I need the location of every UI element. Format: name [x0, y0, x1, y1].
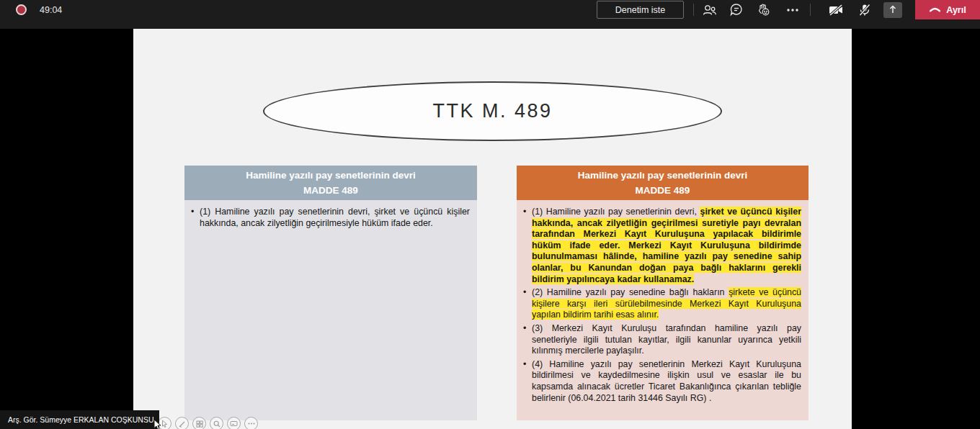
law-paragraph-1: (1) Hamiline yazılı pay senetlerinin dev…: [532, 207, 801, 285]
more-actions-button[interactable]: [781, 0, 804, 19]
list-item: • (1) Hamiline yazılı pay senetlerinin d…: [191, 207, 470, 229]
request-control-button[interactable]: Denetim iste: [597, 1, 684, 19]
camera-off-icon: [827, 3, 845, 17]
law-box-old-header: Hamiline yazılı pay senetlerinin devri M…: [184, 166, 477, 200]
ellipsis-icon: [786, 8, 799, 12]
law-box-old-header-line1: Hamiline yazılı pay senetlerinin devri: [184, 168, 477, 183]
list-item: • (2) Hamiline yazılı pay senedine bağlı…: [523, 287, 801, 321]
reactions-button[interactable]: [752, 0, 775, 19]
law-paragraph-3: (3) Merkezi Kayıt Kuruluşu tarafından ha…: [532, 323, 801, 357]
law-box-old: Hamiline yazılı pay senetlerinin devri M…: [184, 166, 477, 420]
thumbnails-icon[interactable]: [192, 417, 206, 429]
law-paragraph-2: (2) Hamiline yazılı pay senedine bağlı h…: [532, 287, 801, 321]
captions-icon[interactable]: [227, 417, 241, 429]
mouse-cursor: [153, 419, 163, 429]
chat-icon: [729, 3, 744, 17]
powerpoint-slide: TTK M. 489 Hamiline yazılı pay senetleri…: [133, 29, 852, 429]
leave-button[interactable]: Ayrıl: [915, 0, 980, 19]
law-box-new-header: Hamiline yazılı pay senetlerinin devri M…: [517, 166, 808, 200]
screen-share-stage: TTK M. 489 Hamiline yazılı pay senetleri…: [0, 29, 980, 429]
pen-icon[interactable]: [175, 417, 189, 429]
topbar-divider: [810, 4, 811, 16]
law-box-new-header-line2: MADDE 489: [517, 183, 808, 198]
meeting-timer: 49:04: [40, 4, 62, 16]
law-paragraph-4: (4) Hamiline yazılı pay senetlerinin Mer…: [532, 359, 801, 404]
highlighted-text: şirket ve üçüncü kişiler hakkında, ancak…: [532, 207, 801, 284]
raised-hand-reactions-icon: [757, 3, 771, 17]
people-icon: [702, 4, 717, 17]
magnifier-icon[interactable]: [210, 417, 223, 429]
topbar-divider: [693, 4, 694, 16]
participants-button[interactable]: [698, 0, 721, 19]
leave-button-label: Ayrıl: [946, 5, 966, 15]
slide-title: TTK M. 489: [432, 100, 552, 122]
law-box-new-body: • (1) Hamiline yazılı pay senetlerinin d…: [517, 200, 808, 420]
list-item: • (3) Merkezi Kayıt Kuruluşu tarafından …: [523, 323, 801, 357]
list-item: • (4) Hamiline yazılı pay senetlerinin M…: [523, 359, 801, 404]
share-content-button[interactable]: [883, 2, 902, 18]
law-box-new: Hamiline yazılı pay senetlerinin devri M…: [517, 166, 808, 420]
presenter-name-tag: Arş. Gör. Sümeyye ERKALAN COŞKUNSU: [0, 410, 159, 429]
meeting-topbar: 49:04 Denetim iste: [0, 0, 980, 29]
mic-off-icon: [858, 3, 872, 17]
law-box-old-body: • (1) Hamiline yazılı pay senetlerinin d…: [184, 200, 477, 420]
chat-button[interactable]: [725, 0, 748, 19]
more-dots-icon[interactable]: [244, 417, 258, 429]
slide-title-ellipse: TTK M. 489: [263, 81, 722, 141]
recording-indicator-icon: [16, 4, 27, 15]
hangup-phone-icon: [929, 5, 941, 15]
teams-meeting-window: 49:04 Denetim iste: [0, 0, 980, 429]
law-box-new-header-line1: Hamiline yazılı pay senetlerinin devri: [517, 168, 808, 183]
share-tray-up-arrow-icon: [888, 4, 897, 17]
list-item: • (1) Hamiline yazılı pay senetlerinin d…: [523, 207, 801, 285]
law-box-old-header-line2: MADDE 489: [184, 183, 477, 198]
law-paragraph-1: (1) Hamiline yazılı pay senetlerinin dev…: [200, 207, 470, 229]
camera-toggle-button[interactable]: [824, 0, 847, 19]
mic-toggle-button[interactable]: [853, 0, 876, 19]
